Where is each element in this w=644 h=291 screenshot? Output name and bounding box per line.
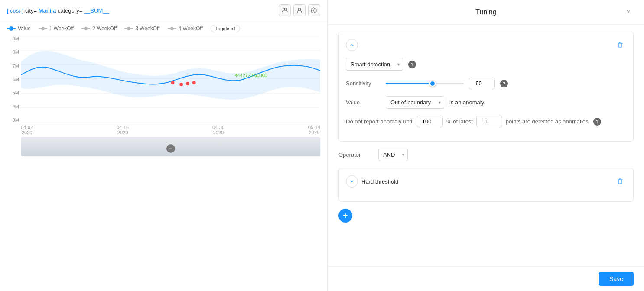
hard-threshold-delete-btn[interactable] <box>614 175 626 188</box>
bracket-close: ] <box>22 7 24 14</box>
legend-3weekoff-label: 3 WeekOff <box>135 26 159 32</box>
city-eq: city= <box>25 7 37 14</box>
x-04-02: 04-022020 <box>21 125 33 135</box>
y-9m: 9M <box>7 36 19 41</box>
bracket-open: [ <box>7 7 9 14</box>
x-04-30: 04-302020 <box>212 125 224 135</box>
group-icon-btn[interactable] <box>279 4 291 16</box>
tuning-footer: Save <box>328 266 644 291</box>
report-points-suffix: points are detected as anomalies. <box>506 118 590 125</box>
y-8m: 8M <box>7 49 19 55</box>
legend-1weekoff-label: 1 WeekOff <box>49 26 74 32</box>
y-axis: 9M 8M 7M 6M 5M 4M 3M <box>7 36 21 123</box>
person-icon-btn[interactable] <box>293 4 306 16</box>
report-row: Do not report anomaly until % of latest … <box>346 116 626 127</box>
anomaly-text: is an anomaly. <box>449 99 485 106</box>
chart-title: [ cost ] city= Manila category= __SUM__ <box>7 7 109 14</box>
svg-point-11 <box>179 83 183 86</box>
legend-2weekoff-label: 2 WeekOff <box>92 26 117 32</box>
report-points-input[interactable] <box>476 116 502 127</box>
report-label: Do not report anomaly until <box>346 118 413 125</box>
chart-legend: Value 1 WeekOff 2 WeekOff 3 WeekOff 4 We… <box>0 21 327 34</box>
legend-4weekoff: 4 WeekOff <box>168 26 203 32</box>
chart-container: 9M 8M 7M 6M 5M 4M 3M <box>0 34 327 156</box>
sensitivity-label: Sensitivity <box>346 80 381 87</box>
legend-2weekoff: 2 WeekOff <box>81 26 117 32</box>
legend-4weekoff-label: 4 WeekOff <box>179 26 203 32</box>
report-percent-input[interactable] <box>417 116 443 127</box>
tuning-body: Smart detection Hard threshold Custom ▾ … <box>328 25 644 266</box>
tuning-title: Tuning <box>349 8 623 16</box>
category-value: __SUM__ <box>84 7 109 14</box>
city-value: Manila <box>39 7 56 14</box>
y-5m: 5M <box>7 90 19 95</box>
detection-method-row: Smart detection Hard threshold Custom ▾ … <box>346 58 626 71</box>
slider-track <box>386 83 464 84</box>
value-select-wrapper: Out of boundary Above boundary Below bou… <box>386 96 444 109</box>
smart-detection-section: Smart detection Hard threshold Custom ▾ … <box>338 32 634 142</box>
svg-point-12 <box>186 82 189 85</box>
close-button[interactable]: × <box>623 7 634 17</box>
operator-row: Operator AND OR ▾ <box>338 149 634 161</box>
chart-panel: [ cost ] city= Manila category= __SUM__ <box>0 0 328 291</box>
chart-svg-wrapper: 4442723.60000 04-022020 04-162020 04-302… <box>21 36 320 135</box>
smart-detection-delete-btn[interactable] <box>614 39 626 51</box>
value-row: Value Out of boundary Above boundary Bel… <box>346 96 626 109</box>
legend-3weekoff: 3 WeekOff <box>124 26 159 32</box>
x-05-14: 05-142020 <box>308 125 320 135</box>
legend-value-label: Value <box>18 26 31 32</box>
value-select[interactable]: Out of boundary Above boundary Below bou… <box>386 96 444 109</box>
sensitivity-input[interactable]: 60 <box>469 78 495 89</box>
add-condition-button[interactable]: + <box>338 209 352 223</box>
y-4m: 4M <box>7 104 19 109</box>
detection-method-select[interactable]: Smart detection Hard threshold Custom <box>346 58 403 71</box>
operator-select-wrapper: AND OR ▾ <box>378 149 408 161</box>
hard-threshold-collapse-btn[interactable] <box>346 175 358 188</box>
collapse-chart-btn[interactable]: − <box>166 144 175 153</box>
sensitivity-slider[interactable] <box>386 83 464 84</box>
legend-value: Value <box>7 26 31 32</box>
category-eq: category= <box>58 7 82 14</box>
sensitivity-row: Sensitivity 60 ? <box>346 78 626 89</box>
svg-point-2 <box>299 8 301 10</box>
smart-detection-collapse-btn[interactable] <box>346 39 358 51</box>
settings-icon-btn[interactable] <box>308 4 320 16</box>
tuning-header: Tuning × <box>328 0 644 25</box>
value-label: Value <box>346 99 381 106</box>
sensitivity-help-icon[interactable]: ? <box>500 80 508 87</box>
save-button[interactable]: Save <box>599 272 634 286</box>
hard-threshold-top-bar: Hard threshold <box>346 175 626 188</box>
detection-method-select-wrapper: Smart detection Hard threshold Custom ▾ <box>346 58 403 71</box>
slider-thumb[interactable] <box>429 81 436 87</box>
hard-threshold-label: Hard threshold <box>361 178 398 185</box>
x-axis: 04-022020 04-162020 04-302020 05-142020 <box>21 125 320 135</box>
mini-scroll-area[interactable]: − <box>21 137 320 156</box>
section-top-bar <box>346 39 626 51</box>
svg-point-10 <box>171 81 174 84</box>
toggle-all-button[interactable]: Toggle all <box>211 25 240 32</box>
report-help-icon[interactable]: ? <box>593 118 601 126</box>
slider-fill <box>386 83 433 84</box>
y-3m: 3M <box>7 117 19 123</box>
report-percent-suffix: % of latest <box>446 118 473 125</box>
chart-header: [ cost ] city= Manila category= __SUM__ <box>0 0 327 21</box>
x-04-16: 04-162020 <box>117 125 129 135</box>
legend-1weekoff: 1 WeekOff <box>39 26 74 32</box>
operator-select[interactable]: AND OR <box>378 149 408 161</box>
chart-header-icons <box>279 4 320 16</box>
hard-threshold-section: Hard threshold <box>338 168 634 202</box>
svg-point-13 <box>192 81 196 84</box>
svg-text:4442723.60000: 4442723.60000 <box>235 73 267 78</box>
y-6m: 6M <box>7 77 19 82</box>
detection-method-help-icon[interactable]: ? <box>408 61 416 68</box>
operator-label: Operator <box>338 152 373 158</box>
tuning-panel: Tuning × Sm <box>328 0 644 291</box>
chart-key: cost <box>10 7 20 14</box>
y-7m: 7M <box>7 63 19 68</box>
